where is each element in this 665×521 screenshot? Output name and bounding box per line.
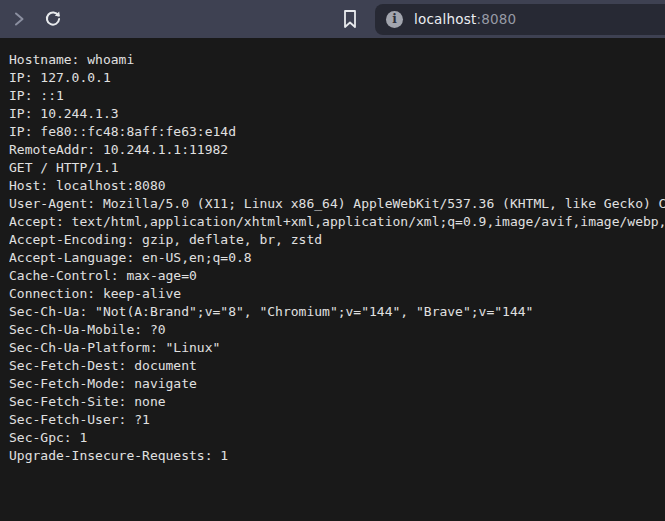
bookmark-icon <box>342 9 358 29</box>
response-line-hostname: Hostname: whoami <box>9 51 665 69</box>
bookmarks-button[interactable] <box>337 6 363 32</box>
response-line-upgrade-insecure-requests: Upgrade-Insecure-Requests: 1 <box>9 447 665 465</box>
response-line-accept-encoding: Accept-Encoding: gzip, deflate, br, zstd <box>9 231 665 249</box>
response-line-connection: Connection: keep-alive <box>9 285 665 303</box>
browser-toolbar: i localhost:8080 <box>0 0 665 38</box>
reload-icon <box>44 10 62 28</box>
reload-button[interactable] <box>40 6 66 32</box>
browser-window: i localhost:8080 Hostname: whoami IP: 12… <box>0 0 665 521</box>
forward-button[interactable] <box>6 6 32 32</box>
response-line-sec-fetch-site: Sec-Fetch-Site: none <box>9 393 665 411</box>
site-info-icon[interactable]: i <box>386 11 403 28</box>
page-content: Hostname: whoami IP: 127.0.0.1 IP: ::1 I… <box>0 38 665 521</box>
url-host: localhost <box>414 11 476 27</box>
response-line-ip2: IP: ::1 <box>9 87 665 105</box>
response-line-accept: Accept: text/html,application/xhtml+xml,… <box>9 213 665 231</box>
response-line-sec-ch-ua-mobile: Sec-Ch-Ua-Mobile: ?0 <box>9 321 665 339</box>
response-line-cache-control: Cache-Control: max-age=0 <box>9 267 665 285</box>
response-line-request: GET / HTTP/1.1 <box>9 159 665 177</box>
response-line-sec-fetch-dest: Sec-Fetch-Dest: document <box>9 357 665 375</box>
response-line-host: Host: localhost:8080 <box>9 177 665 195</box>
url-port: :8080 <box>476 11 516 27</box>
response-line-user-agent: User-Agent: Mozilla/5.0 (X11; Linux x86_… <box>9 195 665 213</box>
response-line-ip4: IP: fe80::fc48:8aff:fe63:e14d <box>9 123 665 141</box>
response-line-remoteaddr: RemoteAddr: 10.244.1.1:11982 <box>9 141 665 159</box>
response-line-sec-fetch-mode: Sec-Fetch-Mode: navigate <box>9 375 665 393</box>
response-line-ip1: IP: 127.0.0.1 <box>9 69 665 87</box>
url-text[interactable]: localhost:8080 <box>414 11 516 27</box>
address-bar[interactable]: i localhost:8080 <box>375 4 665 35</box>
response-line-sec-fetch-user: Sec-Fetch-User: ?1 <box>9 411 665 429</box>
chevron-right-icon <box>11 11 27 27</box>
response-line-sec-ch-ua: Sec-Ch-Ua: "Not(A:Brand";v="8", "Chromiu… <box>9 303 665 321</box>
response-line-sec-ch-ua-platform: Sec-Ch-Ua-Platform: "Linux" <box>9 339 665 357</box>
response-line-ip3: IP: 10.244.1.3 <box>9 105 665 123</box>
response-line-accept-language: Accept-Language: en-US,en;q=0.8 <box>9 249 665 267</box>
response-line-sec-gpc: Sec-Gpc: 1 <box>9 429 665 447</box>
